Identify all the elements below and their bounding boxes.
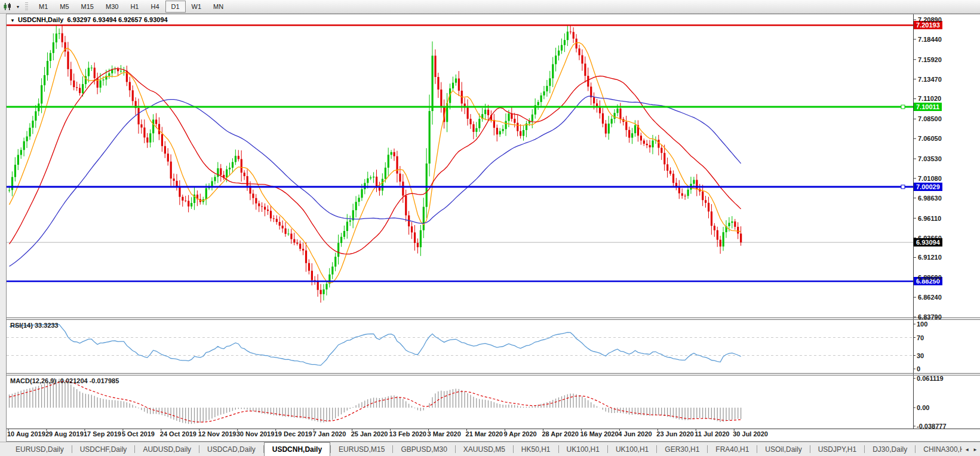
- tabs-scroll-left-icon[interactable]: ◄: [964, 447, 969, 452]
- rsi-axis-label: 0: [917, 365, 920, 373]
- moving-averages-layer: [10, 43, 741, 284]
- timeframe-toolbar: M1M5M15M30H1H4D1W1MN: [33, 1, 229, 13]
- date-axis-label: 11 Jul 2020: [695, 430, 729, 437]
- date-axis-label: 13 Feb 2020: [389, 430, 426, 437]
- date-axis-label: 21 Mar 2020: [466, 430, 503, 437]
- timeframe-button-h1[interactable]: H1: [124, 1, 145, 13]
- price-axis-label: 6.98630: [918, 194, 942, 202]
- rsi-name: RSI(14): [10, 322, 33, 329]
- chart-tab-dj30-daily[interactable]: DJ30,Daily: [865, 442, 915, 456]
- date-axis-label: 9 Apr 2020: [503, 430, 536, 437]
- axes-layer: [7, 14, 980, 431]
- date-axis-label: 19 Dec 2019: [275, 430, 312, 437]
- date-axis-label: 28 Apr 2020: [542, 430, 578, 437]
- date-axis-label: 29 Aug 2019: [45, 430, 84, 437]
- price-axis-label: 7.18440: [918, 35, 942, 44]
- macd-axis-label: 0.00: [917, 403, 929, 412]
- ma-slow-line: [10, 96, 741, 266]
- macd-name: MACD(12,26,9): [10, 377, 56, 384]
- rsi-axis-label: 70: [917, 334, 924, 342]
- date-axis-label: 16 May 2020: [580, 430, 618, 437]
- ma-fast-line: [10, 43, 741, 284]
- date-axis-label: 17 Sep 2019: [84, 430, 121, 437]
- macd-layer: [10, 378, 741, 424]
- chart-tab-xauusd-m5[interactable]: XAUUSD,M5: [456, 442, 513, 456]
- tool-dropdown-caret-icon[interactable]: ▼: [14, 5, 21, 9]
- candlestick-tool-icon: [3, 2, 13, 11]
- timeframe-button-d1[interactable]: D1: [165, 1, 186, 13]
- date-axis-label: 23 Jun 2020: [656, 430, 693, 437]
- chart-tab-uk100-h1[interactable]: UK100,H1: [559, 442, 607, 456]
- date-axis-label: 30 Nov 2019: [236, 430, 275, 437]
- toolbar-grip[interactable]: [25, 2, 28, 11]
- chart-tab-hk50-h1[interactable]: HK50,H1: [514, 442, 558, 456]
- date-axis-label: 25 Jan 2020: [351, 430, 388, 437]
- macd-signal-line: [10, 381, 741, 422]
- price-axis-label: 7.03530: [918, 155, 942, 163]
- timeframe-button-h4[interactable]: H4: [145, 1, 165, 13]
- macd-histogram: [10, 378, 741, 424]
- tabs-scroll-right-icon[interactable]: ►: [973, 447, 978, 452]
- date-axis-label: 12 Nov 2019: [198, 430, 236, 437]
- tab-scroll-arrows: ◄ ►: [962, 443, 980, 456]
- price-axis-label: 6.93660: [918, 234, 942, 242]
- chart-tab-gbpusd-m30[interactable]: GBPUSD,M30: [393, 442, 454, 456]
- macd-axis-label: 0.061119: [917, 374, 944, 383]
- top-toolbar: ▼ M1M5M15M30H1H4D1W1MN: [0, 0, 980, 14]
- price-line-badge: 7.00029: [914, 183, 942, 191]
- timeframe-button-mn[interactable]: MN: [207, 1, 229, 13]
- chart-tab-ger30-h1[interactable]: GER30,H1: [657, 442, 707, 456]
- timeframe-button-m5[interactable]: M5: [54, 1, 75, 13]
- chart-tab-eurusd-m15[interactable]: EURUSD,M15: [331, 442, 392, 456]
- rsi-layer: [7, 325, 913, 365]
- timeframe-button-w1[interactable]: W1: [186, 1, 208, 13]
- chart-tab-fra40-h1[interactable]: FRA40,H1: [708, 442, 757, 456]
- tab-items: EURUSD,DailyUSDCHF,DailyAUDUSD,DailyUSDC…: [8, 442, 980, 456]
- rsi-axis-label: 100: [917, 320, 927, 328]
- date-axis-label: 30 Jul 2020: [733, 430, 768, 437]
- chart-tab-eurusd-daily[interactable]: EURUSD,Daily: [8, 442, 72, 456]
- chart-tab-usdjpy-h1[interactable]: USDJPY,H1: [810, 442, 864, 456]
- price-axis-label: 7.11020: [918, 94, 941, 103]
- macd-main-value: -0.021204: [58, 377, 88, 384]
- rsi-axis-label: 30: [917, 352, 924, 360]
- rsi-value: 33.3233: [35, 322, 59, 329]
- chart-tab-usdcnh-daily[interactable]: USDCNH,Daily: [264, 442, 330, 456]
- date-axis-label: 4 Jun 2020: [618, 430, 652, 437]
- price-line-badge: 7.10011: [914, 103, 942, 111]
- chart-tab-usdchf-daily[interactable]: USDCHF,Daily: [72, 442, 135, 456]
- chart-tab-usdcad-daily[interactable]: USDCAD,Daily: [199, 442, 263, 456]
- date-axis-label: 3 Mar 2020: [428, 430, 461, 437]
- chart-window: ▼USDCNH,Daily 6.93297 6.93494 6.92657 6.…: [6, 14, 980, 442]
- chart-canvas[interactable]: [7, 14, 980, 442]
- timeframe-button-m1[interactable]: M1: [33, 1, 54, 13]
- chart-symbol: USDCNH,Daily: [18, 16, 63, 23]
- price-axis-label: 7.20890: [918, 16, 942, 24]
- hline-handle[interactable]: [901, 105, 905, 109]
- price-axis-label: 7.13470: [918, 75, 942, 84]
- date-axis-label: 10 Aug 2019: [7, 430, 45, 437]
- ma-mid-line: [10, 69, 741, 254]
- candles-layer: [7, 26, 913, 303]
- date-axis-label: 5 Oct 2019: [122, 430, 155, 437]
- timeframe-button-m30[interactable]: M30: [100, 1, 124, 13]
- timeframe-button-m15[interactable]: M15: [75, 1, 100, 13]
- rsi-indicator-label: RSI(14) 33.3233: [10, 322, 59, 329]
- chart-ohlc-values: 6.93297 6.93494 6.92657 6.93094: [67, 16, 167, 23]
- price-axis-label: 7.15920: [918, 56, 942, 64]
- chart-tab-usoil-daily[interactable]: USOil,Daily: [757, 442, 809, 456]
- chart-tab-audusd-daily[interactable]: AUDUSD,Daily: [135, 442, 199, 456]
- chart-tab-uk100-h1[interactable]: UK100,H1: [608, 442, 656, 456]
- date-axis-label: 7 Jan 2020: [313, 430, 346, 437]
- price-axis-label: 7.06050: [918, 134, 942, 143]
- rsi-line: [10, 325, 741, 365]
- horizontal-lines-layer[interactable]: [7, 25, 913, 281]
- price-axis-label: 7.01080: [918, 174, 942, 183]
- macd-axis-label: -0.038777: [917, 422, 947, 430]
- symbol-dropdown-icon[interactable]: ▼: [10, 18, 15, 23]
- price-axis-label: 7.08500: [918, 115, 942, 123]
- chart-tool-button[interactable]: [1, 1, 14, 13]
- hline-handle[interactable]: [901, 185, 905, 189]
- chart-title: ▼USDCNH,Daily 6.93297 6.93494 6.92657 6.…: [10, 16, 168, 23]
- price-axis-label: 6.88690: [918, 273, 942, 282]
